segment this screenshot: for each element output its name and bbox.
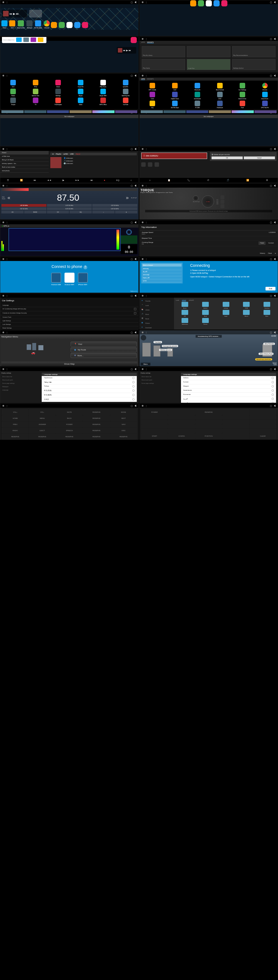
shuffle-icon[interactable]: 🔀 [20, 179, 23, 181]
fav-icon[interactable]: ★ [115, 211, 137, 213]
next-icon[interactable]: ⏭ [91, 179, 93, 181]
key-button[interactable] [249, 415, 276, 419]
menu-button[interactable]: Menu [141, 363, 150, 366]
eq-button[interactable]: EQ [70, 211, 92, 213]
folder[interactable]: DCIM [237, 302, 256, 309]
android-wifi-option[interactable]: Android WiFi [65, 273, 75, 285]
key-button[interactable] [222, 415, 249, 419]
carsettings-app[interactable]: Car Settings [232, 83, 253, 91]
contacts-icon[interactable]: 📋 [168, 179, 170, 181]
key-button[interactable]: NEXT [110, 415, 137, 421]
close-icon[interactable]: ✕ [275, 252, 276, 254]
gpstest-app[interactable]: GPS Test Plus [254, 100, 275, 108]
preset-1[interactable]: 1 87.50 MHz [2, 204, 46, 207]
cancel-button[interactable]: Cancel [244, 156, 275, 159]
key-button[interactable] [249, 429, 276, 433]
home-icon[interactable]: ⌂ [130, 179, 132, 181]
ipod-app[interactable]: iPod [25, 80, 46, 88]
key-button[interactable] [141, 429, 168, 433]
dock-music[interactable] [221, 0, 227, 6]
aux-app[interactable]: AUX [164, 83, 186, 91]
key-button[interactable] [222, 433, 249, 439]
paired-device[interactable]: ☰ SM-G3502U [141, 153, 207, 159]
wallpaper-card[interactable]: Choose wallpaper from [2, 37, 46, 43]
sidebar-item[interactable]: Show status bar [2, 375, 41, 378]
youtube-app[interactable]: YouTube [115, 97, 136, 105]
folder[interactable]: Music [257, 310, 276, 317]
widget-tile[interactable]: Play Genre [142, 59, 185, 70]
eq-button[interactable]: EQ [116, 179, 119, 181]
key-button[interactable]: NAVI [110, 422, 137, 427]
key-button[interactable] [168, 429, 195, 433]
aux-app[interactable]: AUX [9, 20, 15, 29]
folder[interactable]: Movies [237, 310, 256, 317]
sidebar-download[interactable]: ⬇Download [141, 326, 173, 329]
play-icon[interactable]: ▶ [62, 179, 64, 181]
tab-local[interactable]: Local [176, 299, 179, 301]
color-app[interactable]: Color [142, 92, 163, 100]
wallpaper-thumb[interactable] [2, 110, 24, 113]
playlist-item[interactable]: britney spears - ba... [0, 162, 49, 165]
playstore-app[interactable]: Play Store [92, 80, 114, 88]
list-icon[interactable]: ☰ [7, 179, 9, 181]
preset-3[interactable]: 3 87.50 MHz [92, 204, 137, 207]
rew-icon[interactable]: ◄◄ [47, 179, 51, 181]
quickpic-app[interactable]: QuickPic [115, 80, 136, 88]
rec-icon[interactable]: ● [104, 179, 105, 181]
settings-item[interactable]: Lock Settings [0, 323, 138, 326]
txz-app[interactable]: TXZAdapter [48, 97, 69, 105]
clock-widget[interactable] [29, 10, 42, 18]
key-button[interactable] [195, 429, 222, 433]
set-wallpaper-button[interactable]: Set wallpaper [0, 115, 138, 118]
home-icon[interactable]: ⌂ [149, 179, 151, 181]
key-button[interactable]: RESERVE [83, 409, 110, 415]
clear-button[interactable]: Clear [268, 252, 272, 254]
seek-up[interactable]: » [126, 195, 129, 200]
seek-down[interactable]: « [8, 195, 10, 200]
history-button[interactable]: History [260, 252, 265, 254]
fwd-icon[interactable]: ►► [75, 179, 79, 181]
wallpaper-thumb[interactable] [115, 110, 137, 113]
wallpaper-thumb[interactable] [164, 110, 186, 113]
chrome-app[interactable]: Chrome [44, 20, 50, 29]
key-button[interactable]: RESERVE [195, 409, 222, 415]
wallpaper-thumb[interactable] [254, 110, 276, 113]
preset-4[interactable]: 4 87.50 MHz [2, 207, 46, 210]
settings-icon[interactable]: ⚙ [266, 179, 268, 181]
settings-item[interactable]: Camera Track [0, 315, 138, 319]
playlist-item[interactable]: a little love [0, 154, 49, 158]
prev-icon[interactable]: ⏮ [33, 179, 36, 181]
find-button[interactable]: 📍Find [71, 342, 137, 347]
folder[interactable]: kugou [216, 310, 236, 317]
bluetooth-app[interactable]: Bluetooth [187, 83, 208, 91]
boot-app[interactable]: Boot Animation [209, 83, 231, 91]
history-icon[interactable]: ⏱ [207, 179, 209, 181]
clock-app[interactable]: Digital Clock & [164, 92, 186, 100]
key-button[interactable]: RESERVE [83, 434, 110, 439]
hotspot-item[interactable]: tp-link [142, 279, 181, 282]
hotspot-item[interactable]: samsung [142, 267, 181, 270]
widget-tile[interactable]: Google Maps [187, 59, 230, 70]
key-button[interactable]: RADIO [2, 428, 29, 433]
language-option[interactable]: Italiano [181, 376, 276, 380]
folder[interactable]: Alarms [175, 302, 195, 309]
sidebar-picture[interactable]: 🖼Picture [141, 321, 173, 326]
tab-playlist[interactable]: Playlist [56, 153, 61, 155]
iphone-wifi-option[interactable]: iPhone WiFi [78, 273, 88, 285]
igo-app[interactable]: iGO [3, 80, 24, 88]
prev-icon[interactable]: ⏮ [10, 12, 12, 15]
dock-apps[interactable] [67, 22, 73, 28]
zoom-icon[interactable] [141, 335, 146, 340]
playlist-item[interactable]: Built to last-melee [0, 165, 49, 169]
widget-tile[interactable]: Settings shortcut [232, 59, 275, 70]
key-button[interactable] [195, 420, 222, 424]
key-button[interactable] [141, 425, 168, 428]
tv-app[interactable]: TV [25, 97, 46, 105]
settings-item[interactable]: Language [0, 304, 138, 307]
settings-item[interactable]: Air Conditioning linkage with Auto-play [0, 307, 138, 311]
android-usb-option[interactable]: Android USB [51, 273, 61, 285]
fcam-app[interactable]: F-CAM [187, 100, 208, 108]
wallpaper-thumb[interactable] [47, 110, 69, 113]
wallpaper-thumb[interactable] [24, 110, 46, 113]
dock-nav[interactable] [190, 0, 196, 6]
